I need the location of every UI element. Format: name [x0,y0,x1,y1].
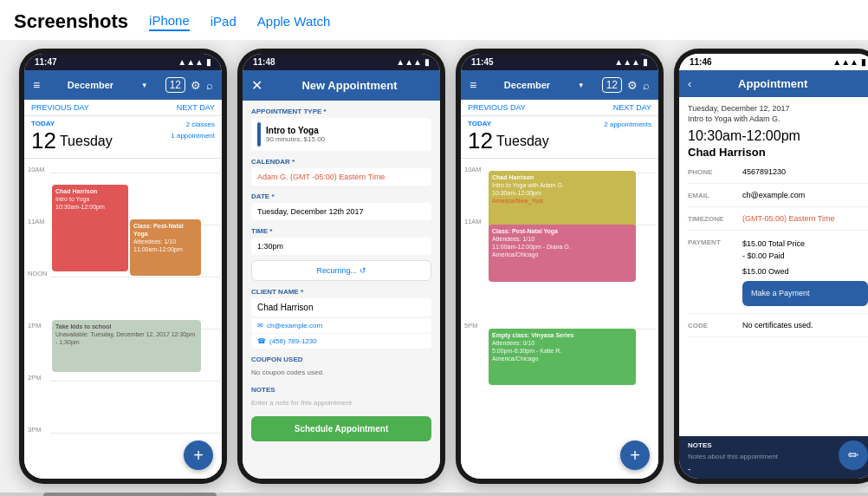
code-row: CODE No certificates used. [688,321,868,337]
wifi-icon-1: ▲▲▲ [178,57,204,67]
payment-line3: $15.00 Owed [742,265,868,277]
tab-apple-watch[interactable]: Apple Watch [257,14,331,30]
date-value-2[interactable]: Tuesday, December 12th 2017 [251,203,431,220]
back-btn-4[interactable]: ‹ [688,77,691,90]
calendar-value[interactable]: Adam G. (GMT -05:00) Eastern Time [251,168,431,186]
battery-icon-2: ▮ [424,57,430,67]
code-label: CODE [688,321,735,330]
nav-title-4: Appointment [696,77,849,90]
date-number-1: 12 [31,127,56,154]
event-yoga-3[interactable]: Class: Post-Natal Yoga Attendees: 1/10 1… [489,225,636,282]
phone-frame-2: 11:48 ▲▲▲ ▮ ✕ New Appointment APPOINTMEN… [237,49,445,484]
prev-day-btn-3[interactable]: PREVIOUS DAY [468,103,526,112]
battery-icon-4: ▮ [861,57,866,67]
event-chad-1[interactable]: Chad Harrison Intro to Yoga 10:30am-12:0… [52,185,128,271]
detail-date: Tuesday, December 12, 2017 [688,104,868,113]
event-vinyasa-3[interactable]: Empty class: Vinyasa Series Attendees: 0… [489,329,636,385]
event-yoga-title-1: Class: Post-Natal Yoga [133,222,198,238]
calendar-btn-3[interactable]: 12 [602,77,622,93]
status-icons-2: ▲▲▲ ▮ [396,57,430,67]
search-icon-1[interactable]: ⌕ [206,79,213,92]
tab-iphone[interactable]: iPhone [149,13,190,31]
scrollbar[interactable] [0,493,868,496]
phone-screen-2: 11:48 ▲▲▲ ▮ ✕ New Appointment APPOINTMEN… [243,54,440,479]
coupon-label: COUPON USED [251,356,431,363]
time-10am-1: 10AM [28,166,45,173]
fab-3[interactable]: + [620,441,650,470]
client-email-field[interactable]: ✉ ch@example.com [251,318,431,333]
time-line-noon-1 [50,277,220,277]
event-chad-title-3: Chad Harrison [492,173,632,181]
day-nav-1: PREVIOUS DAY NEXT DAY [24,100,222,116]
notes-placeholder-2[interactable]: Enter a note for this appointment [251,396,431,409]
nav-arrow-3: ▼ [578,82,585,89]
client-name-field[interactable]: Chad Harrison [251,298,431,317]
search-icon-3[interactable]: ⌕ [643,79,650,92]
filter-icon-3[interactable]: ⚙ [627,79,638,92]
client-label-2: CLIENT NAME * [251,288,431,296]
calendar-btn-1[interactable]: 12 [165,77,185,93]
next-day-btn-3[interactable]: NEXT DAY [613,103,651,112]
status-time-1: 11:47 [35,57,57,67]
appt-type-name: Intro to Yoga [266,126,325,135]
event-chad-loc-3: America/New_York [492,197,632,205]
wifi-icon-2: ▲▲▲ [396,57,422,67]
calendar-area-3: 10AM 11AM 5PM Chad Harrison Intro to Yog… [461,159,658,479]
timezone-value: (GMT-05:00) Eastern Time [742,214,868,223]
hamburger-icon-1[interactable]: ≡ [33,78,40,92]
fab-icon-1: + [193,446,204,466]
wifi-icon-4: ▲▲▲ [832,57,858,67]
event-vinyasa-title-3: Empty class: Vinyasa Series [492,331,632,339]
phone-row: PHONE 4567891230 [688,167,868,184]
date-day-1: 12 Tuesday [31,127,171,154]
recurring-btn[interactable]: Recurring... ↺ [251,260,431,281]
event-yoga-detail-1: Attendees: 1/10 [133,238,198,245]
info-line1-1: 2 classes [171,120,215,131]
time-10am-3: 10AM [464,166,482,173]
battery-icon-1: ▮ [206,57,211,67]
event-kids-1[interactable]: Take kids to school Unavailable: Tuesday… [52,320,201,372]
time-line-2pm-1 [50,381,220,382]
appt-type-info: Intro to Yoga 90 minutes, $15.00 [266,126,325,143]
today-label-1: TODAY [31,120,171,127]
status-bar-4: 11:46 ▲▲▲ ▮ [679,54,868,70]
phone-screen-1: 11:47 ▲▲▲ ▮ ≡ December ▼ 12 ⚙ ⌕ PREVIOUS… [24,54,222,479]
filter-icon-1[interactable]: ⚙ [191,79,201,92]
time-11am-3: 11AM [464,218,482,225]
time-value-2[interactable]: 1:30pm [251,238,431,255]
date-block-1: TODAY 12 Tuesday [31,120,171,154]
tab-ipad[interactable]: iPad [211,14,236,30]
next-day-btn-1[interactable]: NEXT DAY [177,103,215,112]
edit-icon: ✏ [848,447,859,463]
edit-fab[interactable]: ✏ [839,441,868,470]
close-btn-2[interactable]: ✕ [251,77,262,94]
phone-screen-3: 11:45 ▲▲▲ ▮ ≡ December ▼ 12 ⚙ ⌕ PREVIOUS… [461,54,658,479]
event-chad-title-1: Chad Harrison [55,187,125,195]
nav-bar-1: ≡ December ▼ 12 ⚙ ⌕ [24,70,222,100]
detail-time: 10:30am-12:00pm [688,128,868,144]
appt-type-stripe [257,122,261,147]
today-section-3: TODAY 12 Tuesday 2 appointments [461,116,658,159]
event-chad-sub-3: Intro to Yoga with Adam G. [492,181,632,189]
event-yoga-time-3: 11:00am-12:00pm - Diana O. [492,243,632,251]
hamburger-icon-3[interactable]: ≡ [470,78,476,92]
nav-bar-3: ≡ December ▼ 12 ⚙ ⌕ [461,70,658,100]
client-phone-field[interactable]: ☎ (456) 789-1230 [251,334,431,349]
event-chad-time-3: 10:30am-12:00pm [492,189,632,197]
schedule-btn[interactable]: Schedule Appointment [251,416,431,441]
payment-btn[interactable]: Make a Payment [742,281,868,305]
date-number-3: 12 [468,127,493,154]
day-nav-3: PREVIOUS DAY NEXT DAY [461,100,658,116]
phone-icon: ☎ [257,337,266,345]
phone-frame-1: 11:47 ▲▲▲ ▮ ≡ December ▼ 12 ⚙ ⌕ PREVIOUS… [19,49,227,484]
nav-bar-4: ‹ Appointment [679,70,868,97]
fab-1[interactable]: + [184,441,213,470]
event-yoga-1[interactable]: Class: Post-Natal Yoga Attendees: 1/10 1… [130,219,201,276]
event-vinyasa-loc-3: America/Chicago [492,355,632,362]
prev-day-btn-1[interactable]: PREVIOUS DAY [31,103,89,112]
battery-icon-3: ▮ [643,57,648,67]
appt-type-block[interactable]: Intro to Yoga 90 minutes, $15.00 [251,118,431,151]
status-time-3: 11:45 [471,57,494,67]
time-11am-1: 11AM [28,218,45,225]
payment-line1: $15.00 Total Price [742,238,868,250]
